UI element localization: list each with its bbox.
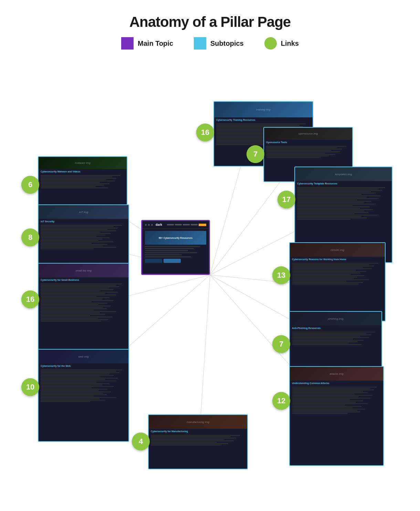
- legend-main-topic: Main Topic: [121, 37, 173, 50]
- main-topic-color-swatch: [121, 37, 134, 50]
- badge-remote-work: 13: [272, 266, 290, 284]
- subtopic-common-attacks: attacks img Understanding Common Attacks: [289, 366, 384, 466]
- page-title: Anatomy of a Pillar Page: [0, 0, 420, 37]
- subtopic-manufacturing: manufacturing img Cybersecurity for Manu…: [148, 414, 248, 469]
- badge-opensource-tools: 7: [246, 145, 264, 163]
- legend-subtopics: Subtopics: [194, 37, 244, 50]
- diagram-area: dark 50+ Cybersecurity Resources: [0, 60, 420, 490]
- badge-cybersecurity-training: 16: [196, 124, 214, 141]
- svg-line-10: [200, 275, 210, 432]
- subtopics-label: Subtopics: [210, 40, 244, 47]
- subtopic-web: web img Cybersecurity for the Web: [38, 349, 129, 442]
- badge-malware-videos: 6: [21, 176, 39, 194]
- subtopics-color-swatch: [194, 37, 206, 50]
- links-label: Links: [281, 40, 299, 47]
- badge-small-business: 16: [21, 290, 39, 308]
- center-pillar-card: dark 50+ Cybersecurity Resources: [141, 220, 210, 275]
- legend: Main Topic Subtopics Links: [0, 37, 420, 60]
- subtopic-remote-work: remote img Cybersecurity Reasons for Wor…: [289, 242, 386, 321]
- main-topic-label: Main Topic: [138, 40, 173, 47]
- legend-links: Links: [264, 37, 299, 50]
- badge-web: 10: [21, 378, 39, 396]
- center-card-header: dark: [142, 221, 209, 229]
- badge-iot-security: 8: [21, 228, 39, 246]
- badge-manufacturing: 4: [132, 433, 150, 450]
- badge-common-attacks: 12: [272, 392, 290, 410]
- badge-template-resources: 17: [277, 191, 295, 209]
- links-color-swatch: [264, 37, 277, 50]
- badge-anti-phishing: 7: [272, 335, 290, 353]
